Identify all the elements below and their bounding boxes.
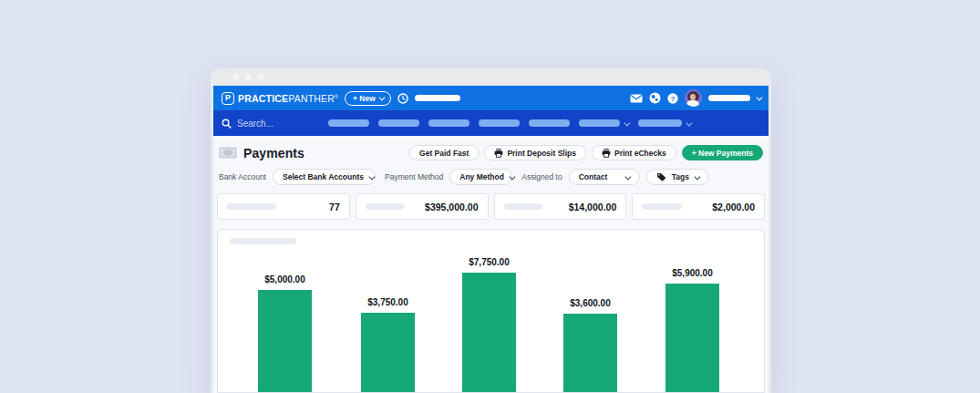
bank-account-value: Select Bank Accounts (283, 172, 364, 181)
clock-icon[interactable] (397, 93, 408, 104)
nav-item-placeholder[interactable] (378, 119, 419, 127)
stat-label-placeholder (366, 203, 404, 210)
window-control-dot[interactable] (245, 74, 252, 80)
stat-card: $2,000.00 (632, 193, 765, 220)
bar-group: $7,750.00 (462, 230, 516, 392)
placeholder-bar (415, 95, 460, 101)
nav-item-placeholder[interactable] (428, 119, 469, 127)
new-payments-button[interactable]: + New Payments (682, 145, 763, 160)
new-payments-label: + New Payments (692, 149, 753, 158)
page-header: Payments Get Paid Fast Print Deposit Sli… (219, 144, 763, 161)
print-echecks-button[interactable]: Print eChecks (592, 145, 676, 160)
bar-value-label: $5,900.00 (672, 268, 713, 278)
chevron-down-icon (510, 173, 515, 179)
tags-label: Tags (672, 172, 689, 181)
new-button[interactable]: + New (345, 91, 391, 106)
bank-account-label: Bank Account (219, 172, 266, 181)
chevron-down-icon (625, 173, 631, 179)
bank-account-dropdown[interactable]: Select Bank Accounts (273, 169, 376, 185)
window-titlebar (211, 68, 771, 86)
stat-card: 77 (217, 193, 350, 220)
chevron-down-icon (686, 119, 691, 125)
help-icon[interactable]: ? (667, 93, 678, 104)
assigned-to-dropdown[interactable]: Contact (569, 169, 640, 185)
get-paid-fast-button[interactable]: Get Paid Fast (409, 145, 479, 160)
payments-banknote-icon (219, 147, 237, 159)
page-title-group: Payments (219, 146, 304, 160)
placeholder-bar (708, 95, 750, 101)
bar-group: $5,000.00 (258, 230, 312, 392)
chart-bar[interactable] (563, 314, 617, 393)
assigned-to-value: Contact (579, 172, 608, 181)
stat-value: 77 (329, 202, 340, 212)
payments-bar-chart: $5,000.00 $3,750.00 $7,750.00 $3,600.00 … (217, 229, 765, 393)
search-icon (222, 119, 232, 129)
chevron-down-icon (379, 95, 385, 100)
printer-icon (602, 149, 611, 158)
stat-value: $395,000.00 (425, 202, 478, 212)
chart-bar[interactable] (665, 284, 719, 393)
nav-item-placeholder-bar (579, 119, 620, 127)
chevron-down-icon[interactable] (756, 95, 761, 100)
app-searchbar: Search... (213, 110, 769, 136)
practicepanther-logo-icon: P (222, 92, 234, 105)
chevron-down-icon (695, 173, 700, 179)
get-paid-fast-label: Get Paid Fast (419, 149, 469, 158)
browser-window: P PRACTICEPANTHER® + New ? (211, 68, 771, 393)
stat-card: $14,000.00 (494, 193, 627, 220)
payment-method-value: Any Method (459, 172, 504, 181)
svg-text:?: ? (670, 94, 675, 102)
window-control-dot[interactable] (232, 74, 239, 80)
stat-card: $395,000.00 (356, 193, 489, 220)
app-topbar: P PRACTICEPANTHER® + New ? (213, 86, 769, 110)
chevron-down-icon (624, 119, 630, 125)
page-actions: Get Paid Fast Print Deposit Slips Print … (409, 145, 763, 160)
new-button-label: + New (353, 94, 376, 103)
practicepanther-wordmark: PRACTICEPANTHER® (238, 93, 338, 104)
bar-group: $5,900.00 (665, 230, 719, 392)
envelope-icon[interactable] (630, 94, 643, 103)
bar-value-label: $5,000.00 (264, 274, 305, 284)
search-placeholder: Search... (237, 119, 273, 129)
stats-row: 77 $395,000.00 $14,000.00 $2,000.00 (217, 193, 765, 220)
chart-bar[interactable] (462, 273, 516, 393)
avatar[interactable] (685, 89, 702, 107)
stat-label-placeholder (642, 203, 682, 210)
assigned-to-label: Assigned to (521, 172, 562, 181)
practicepanther-logo[interactable]: P PRACTICEPANTHER® (222, 92, 338, 105)
page-content: Payments Get Paid Fast Print Deposit Sli… (213, 136, 769, 393)
bar-value-label: $7,750.00 (469, 257, 510, 267)
chevron-down-icon (369, 173, 375, 179)
tags-dropdown[interactable]: Tags (646, 169, 709, 185)
stat-label-placeholder (227, 203, 276, 210)
nav-item-placeholder[interactable] (479, 119, 520, 127)
print-deposit-slips-label: Print Deposit Slips (507, 149, 576, 158)
print-echecks-label: Print eChecks (614, 149, 666, 158)
bar-group: $3,600.00 (563, 230, 617, 392)
bar-value-label: $3,600.00 (570, 298, 611, 308)
stat-value: $14,000.00 (569, 202, 617, 212)
tag-icon (656, 172, 666, 181)
nav-item-placeholder[interactable] (579, 119, 629, 127)
app-viewport: P PRACTICEPANTHER® + New ? (213, 86, 769, 393)
bar-group: $3,750.00 (361, 230, 415, 392)
nav-item-placeholder[interactable] (328, 119, 369, 127)
avatar-shirt (686, 100, 699, 107)
window-control-dot[interactable] (258, 74, 264, 80)
nav-item-placeholder-bar (638, 119, 682, 127)
nav-item-placeholder[interactable] (638, 119, 691, 127)
payment-method-label: Payment Method (385, 172, 443, 181)
avatar-face (690, 94, 696, 100)
stat-value: $2,000.00 (712, 202, 755, 212)
print-deposit-slips-button[interactable]: Print Deposit Slips (484, 145, 586, 160)
search-input[interactable]: Search... (222, 119, 328, 129)
globe-icon[interactable] (649, 92, 661, 104)
chart-bar[interactable] (258, 290, 312, 393)
filters-row: Bank Account Select Bank Accounts Paymen… (219, 169, 763, 185)
chart-bar[interactable] (361, 313, 415, 393)
stat-label-placeholder (504, 203, 542, 210)
payment-method-dropdown[interactable]: Any Method (449, 169, 512, 185)
bar-value-label: $3,750.00 (367, 297, 408, 307)
nav-item-placeholder[interactable] (529, 119, 570, 127)
printer-icon (494, 149, 503, 158)
